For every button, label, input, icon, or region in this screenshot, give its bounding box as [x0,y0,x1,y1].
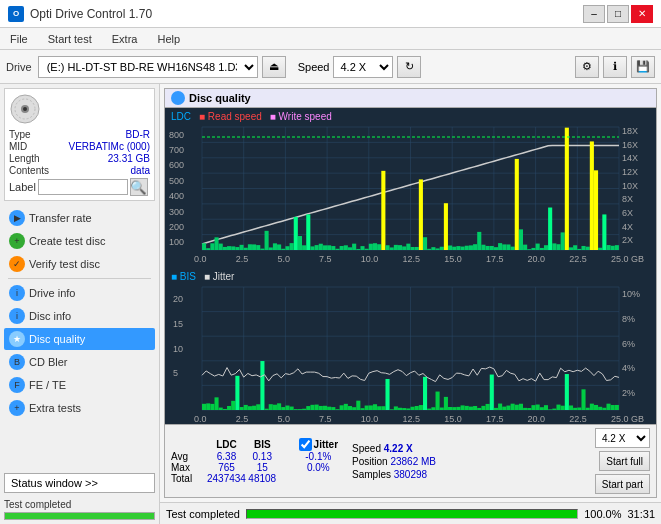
avg-jitter: -0.1% [299,451,338,462]
sidebar-item-label: Verify test disc [29,258,100,270]
speed-label: Speed [298,61,330,73]
disc-label-label: Label [9,181,36,193]
disc-length-row: Length 23.31 GB [9,153,150,164]
stats-header-ldc: LDC [207,438,246,451]
bottom-status-bar: Test completed 100.0% 31:31 [160,502,661,524]
chart2-container: ■ BIS ■ Jitter [167,270,654,424]
title-bar-left: O Opti Drive Control 1.70 [8,6,152,22]
samples-value: 380298 [394,469,427,480]
position-row: Position 23862 MB [352,456,436,467]
sidebar-item-verify-test-disc[interactable]: ✓ Verify test disc [4,253,155,275]
samples-row: Samples 380298 [352,469,436,480]
sidebar-item-disc-quality[interactable]: ★ Disc quality [4,328,155,350]
disc-type-label: Type [9,129,31,140]
bottom-time: 31:31 [627,508,655,520]
sidebar-item-label: Extra tests [29,402,81,414]
sidebar-item-label: CD Bler [29,356,68,368]
drive-label: Drive [6,61,32,73]
speed-value: 4.22 X [384,443,413,454]
avg-label: Avg [171,451,207,462]
speed-position-area: Speed 4.22 X Position 23862 MB Samples 3… [352,443,436,480]
sidebar-item-drive-info[interactable]: i Drive info [4,282,155,304]
sidebar-status: Test completed [4,499,155,522]
jitter-checkbox[interactable] [299,438,312,451]
close-button[interactable]: ✕ [631,5,653,23]
extra-tests-icon: + [9,400,25,416]
sidebar-item-transfer-rate[interactable]: ▶ Transfer rate [4,207,155,229]
eject-button[interactable]: ⏏ [262,56,286,78]
menu-start-test[interactable]: Start test [44,32,96,46]
settings-button[interactable]: ⚙ [575,56,599,78]
stats-speed-select[interactable]: 4.2 X [595,428,650,448]
max-label: Max [171,462,207,473]
app-title: Opti Drive Control 1.70 [30,7,152,21]
chart1-canvas [167,123,654,268]
status-window-label: Status window >> [11,477,98,489]
transfer-rate-icon: ▶ [9,210,25,226]
speed-header: Speed [352,443,384,454]
main-layout: Type BD-R MID VERBATIMc (000) Length 23.… [0,84,661,524]
disc-quality-panel: Disc quality LDC ■ Read speed ■ Write sp… [164,88,657,498]
sidebar-item-fe-te[interactable]: F FE / TE [4,374,155,396]
minimize-button[interactable]: – [583,5,605,23]
disc-info-icon: i [9,308,25,324]
sidebar-item-extra-tests[interactable]: + Extra tests [4,397,155,419]
position-value: 23862 MB [390,456,436,467]
sidebar-item-cd-bler[interactable]: B CD Bler [4,351,155,373]
window-controls: – □ ✕ [583,5,653,23]
max-bis: 15 [246,462,279,473]
start-full-button[interactable]: Start full [599,451,650,471]
svg-point-2 [23,107,27,111]
disc-quality-icon: ★ [9,331,25,347]
disc-mid-label: MID [9,141,27,152]
max-jitter: 0.0% [299,462,338,473]
sidebar-item-disc-info[interactable]: i Disc info [4,305,155,327]
disc-contents-row: Contents data [9,165,150,176]
total-ldc: 2437434 [207,473,246,484]
drive-select[interactable]: (E:) HL-DT-ST BD-RE WH16NS48 1.D3 [38,56,258,78]
disc-header [9,93,150,125]
menu-file[interactable]: File [6,32,32,46]
sidebar-progress-container [4,512,155,520]
refresh-button[interactable]: ↻ [397,56,421,78]
sidebar-progress-bar [5,513,154,519]
disc-label-button[interactable]: 🔍 [130,178,148,196]
disc-mid-row: MID VERBATIMc (000) [9,141,150,152]
sidebar-item-label: Disc info [29,310,71,322]
drive-info-icon: i [9,285,25,301]
legend-ldc: LDC [171,111,191,122]
bottom-progress-bar [247,510,577,518]
disc-contents-value: data [131,165,150,176]
save-button[interactable]: 💾 [631,56,655,78]
sidebar-nav: ▶ Transfer rate + Create test disc ✓ Ver… [4,207,155,419]
chart2-canvas [167,283,654,424]
cd-bler-icon: B [9,354,25,370]
menu-bar: File Start test Extra Help [0,28,661,50]
menu-help[interactable]: Help [153,32,184,46]
toolbar: Drive (E:) HL-DT-ST BD-RE WH16NS48 1.D3 … [0,50,661,84]
menu-extra[interactable]: Extra [108,32,142,46]
stats-header-bis: BIS [246,438,279,451]
bottom-progress-container [246,509,578,519]
disc-length-label: Length [9,153,40,164]
disc-label-input[interactable] [38,179,128,195]
panel-header-icon [171,91,185,105]
sidebar-item-create-test-disc[interactable]: + Create test disc [4,230,155,252]
max-ldc: 765 [207,462,246,473]
start-part-button[interactable]: Start part [595,474,650,494]
status-message: Test completed [4,499,71,510]
disc-length-value: 23.31 GB [108,153,150,164]
panel-title: Disc quality [189,92,251,104]
status-window-button[interactable]: Status window >> [4,473,155,493]
total-bis: 48108 [246,473,279,484]
disc-type-value: BD-R [126,129,150,140]
info-button[interactable]: ℹ [603,56,627,78]
total-label: Total [171,473,207,484]
fe-te-icon: F [9,377,25,393]
avg-bis: 0.13 [246,451,279,462]
disc-mid-value: VERBATIMc (000) [69,141,151,152]
speed-select[interactable]: 4.2 X [333,56,393,78]
disc-label-row: Label 🔍 [9,178,150,196]
stats-header-jitter: Jitter [299,438,338,451]
maximize-button[interactable]: □ [607,5,629,23]
